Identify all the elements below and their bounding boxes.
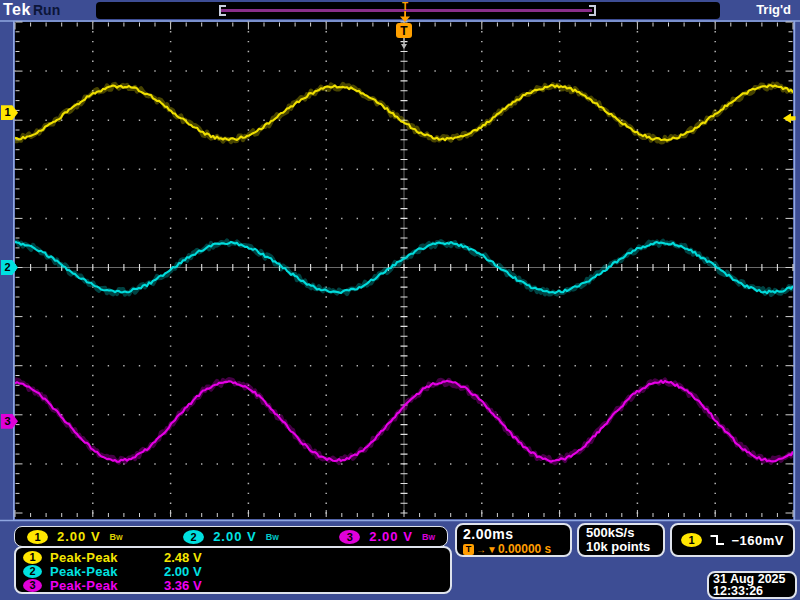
tek-logo: Tek: [3, 1, 31, 19]
measurement-badge-ch1: 1: [23, 551, 42, 564]
channel-2-scale: 2.00 V: [213, 529, 257, 544]
oscilloscope-screen: Tek Run T Trig'd T 123 12.00 VBW22.00 VB…: [0, 0, 800, 600]
channel-3-badge[interactable]: 3: [339, 530, 360, 544]
bandwidth-limit-icon: BW: [266, 532, 279, 542]
bandwidth-limit-icon: BW: [422, 532, 435, 542]
bottom-readout-bar: 12.00 VBW22.00 VBW32.00 VBW 2.00ms T → ▼…: [0, 520, 800, 600]
record-window-left-bracket[interactable]: [219, 5, 226, 16]
trigger-level-value: −160mV: [731, 533, 784, 548]
channel-2-badge[interactable]: 2: [183, 530, 204, 544]
acquisition-status: Run: [33, 2, 60, 18]
down-triangle-icon: ▼: [487, 544, 497, 555]
trigger-position-readout: T → ▼ 0.00000 s: [463, 542, 564, 556]
measurement-row-ch2: 2Peak-Peak2.00 V: [23, 564, 450, 578]
channel-scale-readouts: 12.00 VBW22.00 VBW32.00 VBW: [14, 526, 448, 547]
measurement-value: 2.48 V: [164, 550, 202, 565]
svg-text:T: T: [400, 24, 408, 38]
top-status-bar: Tek Run T Trig'd: [0, 0, 800, 21]
trigger-source-badge: 1: [681, 533, 702, 547]
channel-1-readout[interactable]: 12.00 VBW: [27, 529, 123, 544]
timebase-readout[interactable]: 2.00ms T → ▼ 0.00000 s: [455, 523, 572, 557]
channel-1-scale: 2.00 V: [57, 529, 101, 544]
measurement-row-ch1: 1Peak-Peak2.48 V: [23, 550, 450, 564]
trigger-status: Trig'd: [756, 2, 791, 17]
channel-3-readout[interactable]: 32.00 VBW: [339, 529, 435, 544]
timebase-scale: 2.00ms: [463, 526, 564, 542]
measurement-badge-ch3: 3: [23, 579, 42, 592]
channel-1-badge[interactable]: 1: [27, 530, 48, 544]
trigger-readout[interactable]: 1 −160mV: [670, 523, 795, 557]
measurement-badge-ch2: 2: [23, 565, 42, 578]
falling-edge-icon: [709, 533, 724, 547]
record-trigger-position-icon[interactable]: T: [396, 2, 414, 23]
svg-text:T: T: [402, 2, 408, 12]
sample-rate: 500kS/s: [586, 526, 656, 540]
datetime-display: 31 Aug 2025 12:33:26: [707, 571, 797, 599]
bandwidth-limit-icon: BW: [110, 532, 123, 542]
measurement-label: Peak-Peak: [50, 578, 156, 593]
measurement-label: Peak-Peak: [50, 550, 156, 565]
record-view-bar[interactable]: T: [96, 2, 720, 19]
record-length: 10k points: [586, 540, 656, 554]
time-text: 12:33:26: [713, 585, 791, 597]
acquisition-readout[interactable]: 500kS/s 10k points: [577, 523, 665, 557]
trigger-position-value: 0.00000 s: [498, 542, 551, 556]
graticule: T: [0, 0, 800, 600]
arrow-right-icon: →: [476, 544, 486, 555]
measurement-row-ch3: 3Peak-Peak3.36 V: [23, 578, 450, 592]
record-window-right-bracket[interactable]: [589, 5, 596, 16]
measurement-value: 2.00 V: [164, 564, 202, 579]
measurements-panel[interactable]: 1Peak-Peak2.48 V2Peak-Peak2.00 V3Peak-Pe…: [14, 546, 452, 594]
channel-3-scale: 2.00 V: [369, 529, 413, 544]
trigger-t-icon: T: [463, 544, 474, 555]
measurement-value: 3.36 V: [164, 578, 202, 593]
channel-2-readout[interactable]: 22.00 VBW: [183, 529, 279, 544]
measurement-label: Peak-Peak: [50, 564, 156, 579]
